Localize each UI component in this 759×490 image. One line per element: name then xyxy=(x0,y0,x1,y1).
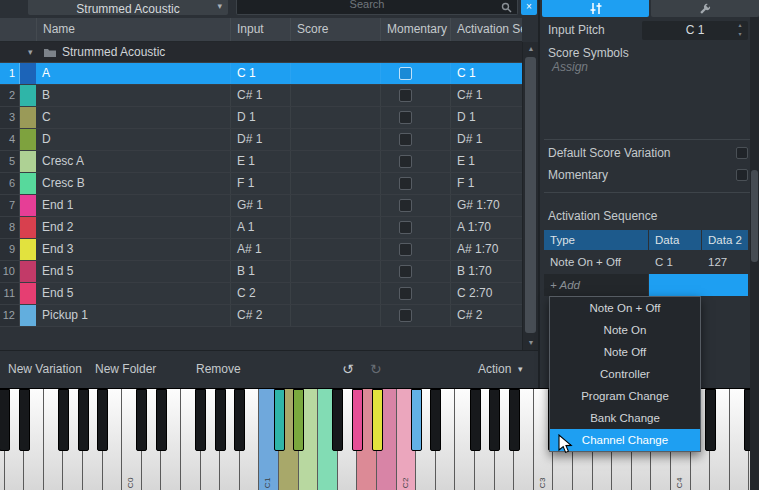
seq-header-data2[interactable]: Data 2 xyxy=(702,230,748,250)
piano-key-G#2[interactable] xyxy=(489,389,500,451)
piano-key-C#1[interactable] xyxy=(274,389,285,451)
piano-key-F#1[interactable] xyxy=(332,389,343,451)
new-folder-button[interactable]: New Folder xyxy=(95,351,156,388)
momentary-checkbox[interactable] xyxy=(399,243,412,256)
menu-item[interactable]: Note On + Off xyxy=(550,297,700,319)
table-row[interactable]: 9End 3A# 1A# 1:70 xyxy=(0,239,522,261)
assign-field[interactable]: Assign xyxy=(552,60,588,74)
action-dropdown-arrow-icon[interactable]: ▾ xyxy=(518,351,523,388)
piano-key-D#4[interactable] xyxy=(705,389,716,451)
menu-item[interactable]: Controller xyxy=(550,363,700,385)
table-row[interactable]: 5Cresc AE 1E 1 xyxy=(0,151,522,173)
table-row[interactable]: 4DD# 1D# 1 xyxy=(0,129,522,151)
table-scrollbar[interactable]: ▲ ▼ xyxy=(522,42,538,350)
momentary-checkbox[interactable] xyxy=(399,177,412,190)
piano-key-A#2[interactable] xyxy=(509,389,520,451)
folder-row[interactable]: ▾ Strummed Acoustic xyxy=(0,42,522,63)
seq-data2[interactable]: 127 xyxy=(708,252,727,272)
piano-key-C#-1[interactable] xyxy=(0,389,10,451)
piano-key-G#1[interactable] xyxy=(352,389,363,451)
table-row[interactable]: 1AC 1C 1 xyxy=(0,63,522,85)
panel-scrollbar[interactable] xyxy=(750,17,759,490)
scrollbar-thumb[interactable] xyxy=(525,57,536,333)
momentary-checkbox[interactable] xyxy=(399,199,412,212)
table-row[interactable]: 2BC# 1C# 1 xyxy=(0,85,522,107)
scroll-up-icon[interactable]: ▲ xyxy=(523,42,539,56)
close-search-button[interactable]: × xyxy=(521,0,537,15)
color-swatch[interactable] xyxy=(20,305,36,326)
add-step-button[interactable]: + Add xyxy=(544,274,648,296)
table-row[interactable]: 12Pickup 1C# 2C# 2 xyxy=(0,305,522,327)
momentary-checkbox[interactable] xyxy=(399,89,412,102)
table-row[interactable]: 7End 1G# 1G# 1:70 xyxy=(0,195,522,217)
remove-button[interactable]: Remove xyxy=(196,351,241,388)
piano-key-A#0[interactable] xyxy=(234,389,245,451)
momentary-checkbox[interactable] xyxy=(399,265,412,278)
header-input[interactable]: Input xyxy=(230,18,290,41)
piano-key-F#4[interactable] xyxy=(744,389,750,451)
color-swatch[interactable] xyxy=(20,239,36,260)
color-swatch[interactable] xyxy=(20,283,36,304)
menu-item[interactable]: Program Change xyxy=(550,385,700,407)
momentary-checkbox[interactable] xyxy=(399,133,412,146)
seq-header-data[interactable]: Data xyxy=(649,230,701,250)
piano-key-F#0[interactable] xyxy=(195,389,206,451)
preset-dropdown[interactable]: Strummed Acoustic ▾ xyxy=(28,0,228,15)
seq-data[interactable]: C 1 xyxy=(655,252,673,272)
piano-key-G#-1[interactable] xyxy=(78,389,89,451)
piano-key-A#1[interactable] xyxy=(372,389,383,451)
color-swatch[interactable] xyxy=(20,107,36,128)
menu-item[interactable]: Note On xyxy=(550,319,700,341)
piano-key-D#1[interactable] xyxy=(293,389,304,451)
header-activation[interactable]: Activation Se xyxy=(450,18,522,41)
piano-key-A#-1[interactable] xyxy=(97,389,108,451)
momentary-checkbox[interactable] xyxy=(399,287,412,300)
table-row[interactable]: 8End 2A 1A 1:70 xyxy=(0,217,522,239)
piano-key-F#2[interactable] xyxy=(470,389,481,451)
action-button[interactable]: Action xyxy=(478,351,511,388)
expand-arrow-icon[interactable]: ▾ xyxy=(28,42,33,63)
color-swatch[interactable] xyxy=(20,151,36,172)
table-row[interactable]: 6Cresc BF 1F 1 xyxy=(0,173,522,195)
search-input[interactable]: Search xyxy=(236,0,518,15)
header-name[interactable]: Name xyxy=(36,18,230,41)
piano-key-D#2[interactable] xyxy=(430,389,441,451)
seq-header-type[interactable]: Type xyxy=(544,230,648,250)
menu-item[interactable]: Note Off xyxy=(550,341,700,363)
momentary-checkbox[interactable] xyxy=(399,155,412,168)
piano-key-F#-1[interactable] xyxy=(58,389,69,451)
scroll-down-icon[interactable]: ▼ xyxy=(523,336,539,350)
menu-item[interactable]: Bank Change xyxy=(550,407,700,429)
color-swatch[interactable] xyxy=(20,129,36,150)
default-score-variation-value[interactable] xyxy=(736,147,748,159)
spinner-icon[interactable]: ▴▾ xyxy=(735,21,745,40)
color-swatch[interactable] xyxy=(20,217,36,238)
new-variation-button[interactable]: New Variation xyxy=(8,351,82,388)
momentary-checkbox[interactable] xyxy=(399,111,412,124)
piano-key-C#0[interactable] xyxy=(136,389,147,451)
piano-key-D#0[interactable] xyxy=(156,389,167,451)
color-swatch[interactable] xyxy=(20,85,36,106)
header-score[interactable]: Score xyxy=(290,18,380,41)
panel-scrollbar-thumb[interactable] xyxy=(751,170,758,262)
piano-key-C#2[interactable] xyxy=(411,389,422,451)
undo-icon[interactable]: ↺ xyxy=(342,351,354,388)
input-pitch-value[interactable]: C 1 ▴▾ xyxy=(642,21,748,40)
table-row[interactable]: 11End 5C 2C 2:70 xyxy=(0,283,522,305)
piano-key-G#0[interactable] xyxy=(215,389,226,451)
color-swatch[interactable] xyxy=(20,261,36,282)
momentary-checkbox[interactable] xyxy=(399,309,412,322)
header-momentary[interactable]: Momentary xyxy=(380,18,450,41)
redo-icon[interactable]: ↻ xyxy=(370,351,382,388)
momentary-checkbox[interactable] xyxy=(399,221,412,234)
color-swatch[interactable] xyxy=(20,195,36,216)
color-swatch[interactable] xyxy=(20,173,36,194)
add-step-value-field[interactable] xyxy=(649,274,748,296)
momentary-checkbox[interactable] xyxy=(736,169,748,181)
piano-key-D#-1[interactable] xyxy=(19,389,30,451)
color-swatch[interactable] xyxy=(20,63,36,84)
tab-variations[interactable] xyxy=(542,0,649,17)
tab-settings[interactable] xyxy=(651,0,759,17)
seq-type[interactable]: Note On + Off xyxy=(550,252,621,272)
momentary-checkbox[interactable] xyxy=(399,67,412,80)
